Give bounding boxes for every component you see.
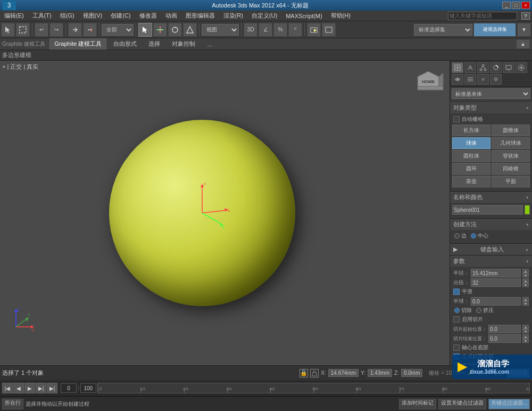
tube-btn[interactable]: 管状体 (492, 150, 530, 162)
menu-maxscript[interactable]: MAXScript(M) (284, 12, 324, 20)
chop-radio[interactable] (454, 308, 460, 313)
slice-to-down[interactable]: ▼ (522, 339, 529, 343)
slice-from-down[interactable]: ▼ (522, 329, 529, 333)
navcube[interactable]: HOME (412, 66, 444, 98)
creation-method-header[interactable]: 创建方法 ▾ (450, 219, 532, 230)
tab-extra1[interactable] (452, 74, 463, 85)
goto-end-btn[interactable]: ▶| (47, 383, 57, 393)
cylinder-btn[interactable]: 圆柱体 (452, 150, 491, 162)
squash-radio-item[interactable]: 挤压 (476, 307, 494, 314)
slice-to-up[interactable]: ▲ (522, 334, 529, 339)
auto-grid-checkbox[interactable] (453, 116, 460, 122)
tab-more[interactable]: ... (202, 39, 217, 49)
spinner-snap-btn[interactable]: ⁰ (288, 23, 302, 37)
scale-btn[interactable] (183, 23, 197, 37)
minimize-button[interactable]: _ (502, 2, 511, 9)
select-region-btn[interactable] (16, 23, 30, 37)
render-btn[interactable] (307, 23, 321, 37)
segments-input[interactable] (471, 278, 521, 287)
maximize-button[interactable]: □ (512, 2, 520, 9)
select-lock-icon[interactable] (310, 369, 319, 377)
menu-animation[interactable]: 动画 (163, 11, 179, 21)
total-frames[interactable]: 100 (80, 383, 96, 393)
center-radio[interactable] (471, 233, 476, 239)
slice-from-up[interactable]: ▲ (522, 325, 529, 329)
select-object-btn[interactable] (1, 23, 15, 37)
tab-extra2[interactable] (464, 74, 476, 85)
color-swatch[interactable] (525, 205, 530, 215)
z-value[interactable]: 0.0mm (401, 369, 423, 377)
menu-view[interactable]: 视图(V) (81, 11, 105, 21)
tab-hierarchy[interactable] (477, 62, 489, 73)
goto-start-btn[interactable]: |◀ (2, 383, 13, 393)
more-btn[interactable]: ▼ (517, 23, 531, 37)
tab-motion[interactable] (490, 62, 502, 73)
menu-group[interactable]: 组(G) (58, 11, 77, 21)
hemisphere-up[interactable]: ▲ (522, 297, 529, 301)
move-btn[interactable] (153, 23, 167, 37)
hemisphere-down[interactable]: ▼ (522, 301, 529, 306)
named-selection-btn[interactable]: 建视选择集 (473, 23, 516, 37)
tab-create[interactable] (452, 62, 463, 73)
box-btn[interactable]: 长方体 (452, 125, 491, 136)
menu-render[interactable]: 渲染(R) (221, 11, 245, 21)
coord-dropdown[interactable]: 视图 (202, 24, 239, 36)
all-dropdown[interactable]: 全部 (102, 24, 134, 36)
sphere-btn[interactable]: 球体 (452, 137, 491, 149)
tab-object-control[interactable]: 对象控制 (167, 38, 200, 50)
name-color-header[interactable]: 名称和颜色 ▾ (450, 192, 532, 203)
graphite-collapse-btn[interactable]: ▲ (516, 39, 530, 49)
object-type-dropdown[interactable]: 标准基本体 (452, 88, 530, 99)
hemisphere-input[interactable] (471, 297, 521, 306)
tab-selection[interactable]: 选择 (144, 38, 165, 50)
help-btn[interactable]: ? (521, 12, 530, 20)
key-filter-btn[interactable]: 关键点过滤器... (488, 399, 530, 409)
prev-frame-btn[interactable]: ◀ (13, 383, 24, 393)
radius-up[interactable]: ▲ (522, 269, 529, 273)
tab-display[interactable] (503, 62, 514, 73)
teapot-btn[interactable]: 茶壶 (452, 176, 491, 187)
base-pivot-checkbox[interactable] (453, 344, 460, 351)
chop-radio-item[interactable]: 切除 (454, 307, 472, 314)
radius-down[interactable]: ▼ (522, 273, 529, 277)
edge-radio[interactable] (454, 233, 460, 239)
rotate-btn[interactable] (168, 23, 182, 37)
smooth-checkbox[interactable] (453, 289, 460, 295)
play-btn[interactable]: ▶ (24, 383, 35, 393)
pyramid-btn[interactable]: 四棱锥 (492, 163, 530, 175)
close-button[interactable]: × (521, 2, 530, 9)
filter-btn[interactable]: 设置关键点过滤器 (438, 399, 486, 409)
tab-extra4[interactable]: ⚙ (490, 74, 502, 85)
segments-down[interactable]: ▼ (522, 283, 529, 287)
menu-help[interactable]: 帮助(H) (329, 11, 353, 21)
radius-input[interactable] (471, 269, 521, 277)
tab-modify[interactable] (464, 62, 476, 73)
torus-btn[interactable]: 圆环 (452, 163, 491, 175)
menu-graph-editor[interactable]: 图形编辑器 (184, 11, 217, 21)
tab-extra3[interactable]: ≡ (477, 74, 489, 85)
object-name-input[interactable] (452, 205, 523, 215)
x-value[interactable]: 14.674mm (328, 369, 359, 377)
tab-freeform[interactable]: 自由形式 (109, 38, 142, 50)
menu-tools[interactable]: 工具(T) (30, 11, 54, 21)
search-input[interactable] (448, 12, 517, 20)
next-frame-btn[interactable]: ▶| (36, 383, 46, 393)
slice-from-input[interactable] (488, 325, 521, 333)
edge-radio-item[interactable]: 边 (454, 232, 467, 240)
status-mode-btn[interactable]: 所在行 (2, 399, 23, 409)
enable-slice-checkbox[interactable] (453, 316, 460, 323)
unlink-btn[interactable] (83, 23, 97, 37)
menu-customize[interactable]: 自定义(U) (250, 11, 279, 21)
lock-icon[interactable]: 🔒 (300, 369, 308, 377)
menu-modifier[interactable]: 修改器 (137, 11, 159, 21)
select-btn[interactable] (138, 23, 152, 37)
timeline-track[interactable]: 0 10 20 30 40 50 60 70 80 90 1 (97, 383, 530, 393)
percent-snap-btn[interactable]: % (273, 23, 287, 37)
link-btn[interactable] (68, 23, 82, 37)
center-radio-item[interactable]: 中心 (471, 232, 488, 240)
selection-filter-dropdown[interactable]: 标准选择集 (414, 24, 472, 36)
current-frame[interactable]: 0 (61, 383, 77, 393)
segments-up[interactable]: ▲ (522, 278, 529, 283)
geosphere-btn[interactable]: 几何球体 (492, 137, 530, 149)
render-frame-btn[interactable] (322, 23, 336, 37)
